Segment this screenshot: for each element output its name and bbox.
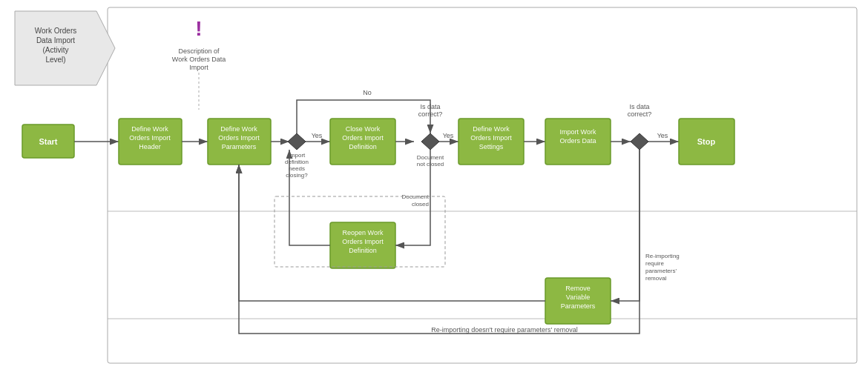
arrow-gateway3-to-remove [611,150,640,301]
svg-text:Parameters: Parameters [561,302,596,310]
gateway1-label-line1: Import [289,152,306,159]
close-orders-label: Close Work [346,125,381,133]
svg-text:Definition: Definition [349,143,377,150]
svg-text:Orders Import: Orders Import [129,134,171,142]
stop-label: Stop [697,137,716,146]
diagram-container: Work Orders Data Import (Activity Level)… [0,0,868,378]
svg-text:definition: definition [285,159,309,165]
svg-text:Data Import: Data Import [36,36,75,44]
gateway-closing [288,133,306,150]
note-exclamation: ! [195,17,202,40]
is-data-correct2-label-line1: Is data [629,103,649,110]
yes1-label: Yes [312,132,323,139]
svg-text:needs: needs [289,165,305,172]
description-line2: Work Orders Data [172,56,226,63]
svg-text:Orders Import: Orders Import [342,134,384,142]
remove-params-label: Remove [565,285,591,292]
reopen-label: Reopen Work [343,229,384,236]
svg-text:Parameters: Parameters [222,143,257,150]
reimport-not-require-label: Re-importing doesn't require parameters'… [431,326,578,334]
gateway-data1 [421,133,439,150]
define-params-label: Define Work [220,125,257,133]
svg-text:Header: Header [139,143,161,150]
swimlane-label: Work Orders [35,27,77,35]
svg-text:closed: closed [412,201,429,208]
yes3-label: Yes [657,132,668,139]
reimport-require-label2: require [645,260,664,267]
no-label: No [363,89,372,96]
define-settings-label: Define Work [473,125,510,133]
svg-text:Settings: Settings [479,143,504,150]
yes2-label: Yes [443,132,454,139]
svg-text:Definition: Definition [349,247,377,254]
reimport-require-label4: removal [645,275,667,282]
reimport-require-label3: parameters' [645,268,677,274]
svg-text:(Activity: (Activity [43,46,69,54]
svg-text:Variable: Variable [566,294,590,301]
svg-text:Orders Import: Orders Import [218,134,260,142]
define-header-label: Define Work [131,125,168,133]
reimport-require-label1: Re-importing [645,253,680,259]
svg-text:Level): Level) [45,56,65,64]
start-label: Start [39,137,57,146]
is-data-correct2-label-line2: correct? [628,110,652,118]
svg-text:Orders Import: Orders Import [342,238,384,245]
is-data-correct1-label: Is data [420,103,440,110]
description-line3: Import [189,64,208,71]
description-line1: Description of [178,47,220,55]
svg-text:correct?: correct? [418,110,443,118]
svg-text:Orders Import: Orders Import [470,134,512,142]
import-data-label: Import Work [560,128,596,136]
svg-text:Orders Data: Orders Data [559,137,596,145]
gateway-data2 [631,133,648,150]
